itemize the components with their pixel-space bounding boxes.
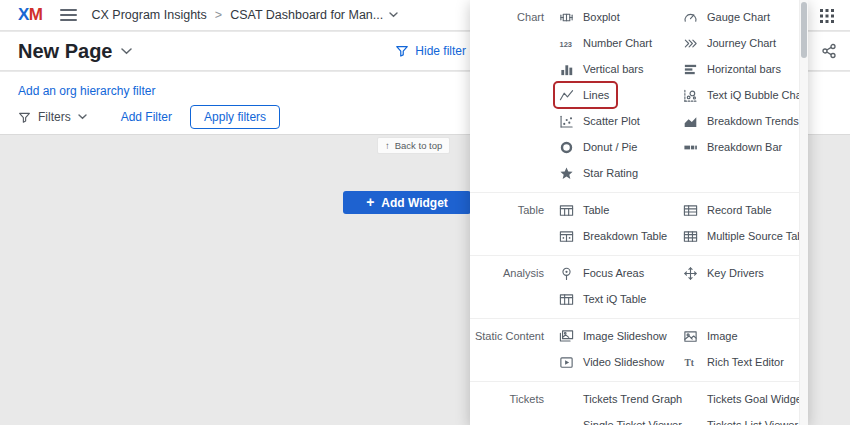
menu-section-table: TableTableRecord TableBreakdown TableMul…	[470, 192, 799, 255]
menu-section-heading: Tickets	[470, 388, 556, 425]
menu-section-items: TableRecord TableBreakdown TableMultiple…	[556, 199, 804, 247]
plus-icon: +	[366, 195, 374, 209]
widget-option-label: Table	[583, 204, 609, 216]
widget-option-text-iq-table[interactable]: Text iQ Table	[556, 288, 652, 310]
widget-option-breakdown-bar[interactable]: Breakdown Bar	[680, 136, 788, 158]
add-widget-label: Add Widget	[381, 196, 448, 210]
widget-option-rich-text-editor[interactable]: TtRich Text Editor	[680, 351, 790, 373]
menu-section-items: BoxplotGauge Chart123Number ChartJourney…	[556, 6, 804, 184]
menu-scrollbar[interactable]	[799, 0, 808, 425]
menu-section-tickets: TicketsTickets Trend GraphTickets Goal W…	[470, 381, 799, 425]
filters-dropdown[interactable]: Filters	[18, 110, 87, 124]
breadcrumb: CX Program Insights > CSAT Dashboard for…	[92, 8, 399, 22]
widget-option-label: Rich Text Editor	[707, 356, 784, 368]
breadcrumb-current-label: CSAT Dashboard for Man...	[230, 8, 383, 22]
widget-option-scatter-plot[interactable]: Scatter Plot	[556, 110, 646, 132]
menu-section-analysis: AnalysisFocus AreasKey DriversText iQ Ta…	[470, 255, 799, 318]
hamburger-menu-icon[interactable]	[60, 9, 77, 21]
blank-icon	[559, 418, 574, 425]
widget-option-single-ticket-viewer[interactable]: Single Ticket Viewer	[556, 414, 688, 425]
menu-section-heading: Chart	[470, 6, 556, 184]
donut-pie-icon	[559, 140, 574, 155]
back-to-top-label: Back to top	[395, 140, 443, 151]
page-title: New Page	[18, 40, 112, 63]
widget-option-label: Breakdown Trends	[707, 115, 799, 127]
breakdown-trends-icon	[683, 114, 698, 129]
widget-option-number-chart[interactable]: 123Number Chart	[556, 32, 658, 54]
add-filter-link[interactable]: Add Filter	[121, 110, 172, 124]
widget-option-horizontal-bars[interactable]: Horizontal bars	[680, 58, 787, 80]
table-icon	[559, 203, 574, 218]
widget-option-donut-pie[interactable]: Donut / Pie	[556, 136, 643, 158]
widget-option-label: Boxplot	[583, 11, 620, 23]
breadcrumb-root[interactable]: CX Program Insights	[92, 8, 207, 22]
widget-option-focus-areas[interactable]: Focus Areas	[556, 262, 650, 284]
widget-option-label: Lines	[583, 89, 609, 101]
menu-section-heading: Analysis	[470, 262, 556, 310]
page-title-chevron-down-icon[interactable]	[121, 48, 132, 55]
widget-option-gauge-chart[interactable]: Gauge Chart	[680, 6, 776, 28]
apply-filters-button[interactable]: Apply filters	[190, 105, 280, 129]
widget-option-label: Donut / Pie	[583, 141, 637, 153]
chevron-down-icon	[78, 114, 87, 120]
horizontal-bars-icon	[683, 62, 698, 77]
widget-option-lines[interactable]: Lines	[556, 84, 615, 106]
up-arrow-icon: ↑	[385, 140, 390, 151]
widget-option-label: Focus Areas	[583, 267, 644, 279]
breakdown-bar-icon	[683, 140, 698, 155]
widget-option-vertical-bars[interactable]: Vertical bars	[556, 58, 650, 80]
menu-section-items: Focus AreasKey DriversText iQ Table	[556, 262, 804, 310]
blank-icon	[683, 418, 698, 425]
widget-option-table[interactable]: Table	[556, 199, 615, 221]
xm-logo-m: M	[29, 5, 43, 24]
xm-logo[interactable]: XM	[18, 5, 43, 25]
widget-option-breakdown-trends[interactable]: Breakdown Trends	[680, 110, 805, 132]
menu-section-heading: Table	[470, 199, 556, 247]
widget-option-label: Star Rating	[583, 167, 638, 179]
rich-text-icon: Tt	[683, 355, 698, 370]
widget-option-label: Number Chart	[583, 37, 652, 49]
xm-logo-x: X	[18, 5, 29, 24]
add-org-hierarchy-filter-link[interactable]: Add an org hierarchy filter	[18, 84, 155, 98]
widget-option-tickets-trend-graph[interactable]: Tickets Trend Graph	[556, 388, 688, 410]
blank-icon	[559, 392, 574, 407]
widget-option-multiple-source-table[interactable]: Multiple Source Table	[680, 225, 808, 247]
add-widget-button[interactable]: + Add Widget	[343, 191, 471, 214]
record-table-icon	[683, 203, 698, 218]
widget-option-label: Breakdown Bar	[707, 141, 782, 153]
svg-text:Tt: Tt	[684, 358, 694, 368]
widget-option-text-iq-bubble-chart[interactable]: Text iQ Bubble Chart	[680, 84, 808, 106]
back-to-top-button[interactable]: ↑ Back to top	[377, 137, 450, 154]
widget-option-label: Tickets Trend Graph	[583, 393, 682, 405]
chevron-down-icon	[389, 12, 398, 18]
widget-option-label: Image Slideshow	[583, 330, 667, 342]
focus-areas-icon	[559, 266, 574, 281]
widget-option-key-drivers[interactable]: Key Drivers	[680, 262, 770, 284]
widget-option-label: Journey Chart	[707, 37, 776, 49]
widget-option-tickets-list-viewer[interactable]: Tickets List Viewer	[680, 414, 804, 425]
widget-option-video-slideshow[interactable]: Video Slideshow	[556, 351, 670, 373]
widget-option-record-table[interactable]: Record Table	[680, 199, 778, 221]
hide-filter-funnel-icon	[395, 44, 409, 58]
widget-option-label: Image	[707, 330, 738, 342]
scatter-icon	[559, 114, 574, 129]
share-icon[interactable]	[821, 43, 837, 59]
menu-section-items: Tickets Trend GraphTickets Goal WidgetSi…	[556, 388, 804, 425]
breakdown-table-icon	[559, 229, 574, 244]
apps-grid-icon[interactable]	[820, 9, 834, 23]
widget-option-label: Breakdown Table	[583, 230, 667, 242]
widget-option-tickets-goal-widget[interactable]: Tickets Goal Widget	[680, 388, 808, 410]
menu-scrollbar-thumb[interactable]	[801, 2, 807, 58]
widget-option-star-rating[interactable]: Star Rating	[556, 162, 644, 184]
widget-type-menu: ChartBoxplotGauge Chart123Number ChartJo…	[470, 0, 808, 425]
widget-option-breakdown-table[interactable]: Breakdown Table	[556, 225, 673, 247]
widget-option-image-slideshow[interactable]: Image Slideshow	[556, 325, 673, 347]
breadcrumb-current[interactable]: CSAT Dashboard for Man...	[230, 8, 398, 22]
widget-option-journey-chart[interactable]: Journey Chart	[680, 32, 782, 54]
widget-option-boxplot[interactable]: Boxplot	[556, 6, 626, 28]
widget-option-image[interactable]: Image	[680, 325, 744, 347]
widget-option-label: Single Ticket Viewer	[583, 419, 682, 425]
vertical-bars-icon	[559, 62, 574, 77]
funnel-icon	[18, 111, 31, 124]
hide-filter-button[interactable]: Hide filter	[395, 44, 466, 58]
